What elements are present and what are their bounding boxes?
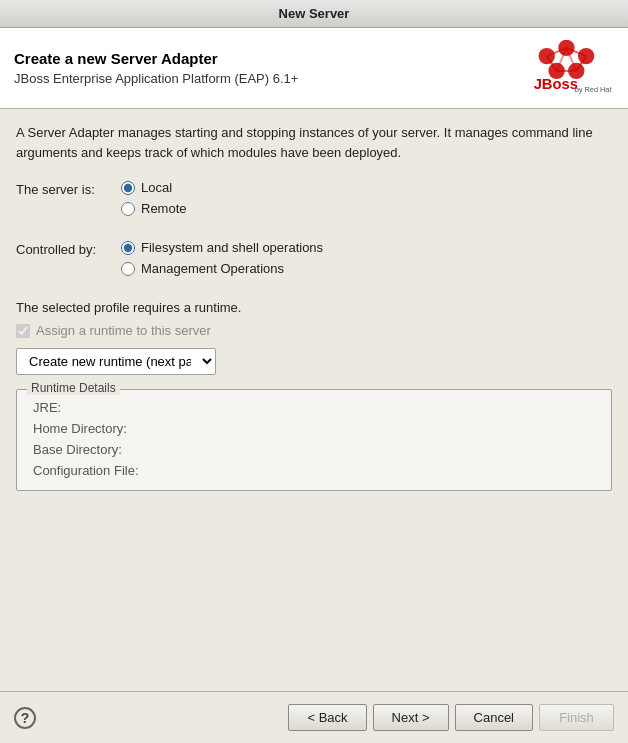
server-is-local-option[interactable]: Local bbox=[121, 180, 187, 195]
finish-button[interactable]: Finish bbox=[539, 704, 614, 731]
header-text: Create a new Server Adapter JBoss Enterp… bbox=[14, 50, 298, 86]
description-text: A Server Adapter manages starting and st… bbox=[16, 123, 612, 162]
server-is-label: The server is: bbox=[16, 180, 121, 197]
server-is-remote-option[interactable]: Remote bbox=[121, 201, 187, 216]
runtime-home-label: Home Directory: bbox=[33, 421, 127, 436]
runtime-details-group: Runtime Details JRE: Home Directory: Bas… bbox=[16, 389, 612, 491]
header-section: Create a new Server Adapter JBoss Enterp… bbox=[0, 28, 628, 109]
server-is-local-radio[interactable] bbox=[121, 181, 135, 195]
runtime-base-row: Base Directory: bbox=[29, 442, 599, 457]
controlled-by-label: Controlled by: bbox=[16, 240, 121, 257]
server-is-remote-radio[interactable] bbox=[121, 202, 135, 216]
server-is-remote-label: Remote bbox=[141, 201, 187, 216]
footer: ? < Back Next > Cancel Finish bbox=[0, 691, 628, 743]
runtime-dropdown-container: Create new runtime (next page) bbox=[16, 348, 612, 375]
controlled-by-filesystem-label: Filesystem and shell operations bbox=[141, 240, 323, 255]
runtime-home-row: Home Directory: bbox=[29, 421, 599, 436]
controlled-by-management-label: Management Operations bbox=[141, 261, 284, 276]
server-is-row: The server is: Local Remote bbox=[16, 180, 612, 216]
body-section: A Server Adapter manages starting and st… bbox=[0, 109, 628, 691]
controlled-by-row: Controlled by: Filesystem and shell oper… bbox=[16, 240, 612, 276]
svg-text:JBoss: JBoss bbox=[534, 76, 578, 92]
server-is-local-label: Local bbox=[141, 180, 172, 195]
assign-runtime-label: Assign a runtime to this server bbox=[36, 323, 211, 338]
dialog-title: New Server bbox=[279, 6, 350, 21]
runtime-base-label: Base Directory: bbox=[33, 442, 122, 457]
help-button[interactable]: ? bbox=[14, 707, 36, 729]
runtime-config-label: Configuration File: bbox=[33, 463, 139, 478]
assign-runtime-row: Assign a runtime to this server bbox=[16, 323, 612, 338]
controlled-by-radio-group: Filesystem and shell operations Manageme… bbox=[121, 240, 323, 276]
controlled-by-management-radio[interactable] bbox=[121, 262, 135, 276]
profile-text: The selected profile requires a runtime. bbox=[16, 300, 612, 315]
controlled-by-management-option[interactable]: Management Operations bbox=[121, 261, 323, 276]
runtime-jre-row: JRE: bbox=[29, 400, 599, 415]
jboss-logo: JBoss by Red Hat bbox=[532, 40, 614, 96]
footer-left: ? bbox=[14, 707, 36, 729]
svg-text:by Red Hat: by Red Hat bbox=[575, 85, 612, 94]
next-button[interactable]: Next > bbox=[373, 704, 449, 731]
dialog-content: Create a new Server Adapter JBoss Enterp… bbox=[0, 28, 628, 743]
footer-buttons: < Back Next > Cancel Finish bbox=[288, 704, 614, 731]
controlled-by-filesystem-option[interactable]: Filesystem and shell operations bbox=[121, 240, 323, 255]
runtime-details-legend: Runtime Details bbox=[27, 381, 120, 395]
runtime-config-row: Configuration File: bbox=[29, 463, 599, 478]
back-button[interactable]: < Back bbox=[288, 704, 366, 731]
cancel-button[interactable]: Cancel bbox=[455, 704, 533, 731]
runtime-jre-label: JRE: bbox=[33, 400, 61, 415]
assign-runtime-checkbox[interactable] bbox=[16, 324, 30, 338]
controlled-by-filesystem-radio[interactable] bbox=[121, 241, 135, 255]
server-is-radio-group: Local Remote bbox=[121, 180, 187, 216]
title-bar: New Server bbox=[0, 0, 628, 28]
jboss-logo-svg: JBoss by Red Hat bbox=[532, 40, 614, 96]
runtime-dropdown[interactable]: Create new runtime (next page) bbox=[16, 348, 216, 375]
header-subtitle: JBoss Enterprise Application Platform (E… bbox=[14, 71, 298, 86]
header-title: Create a new Server Adapter bbox=[14, 50, 298, 67]
